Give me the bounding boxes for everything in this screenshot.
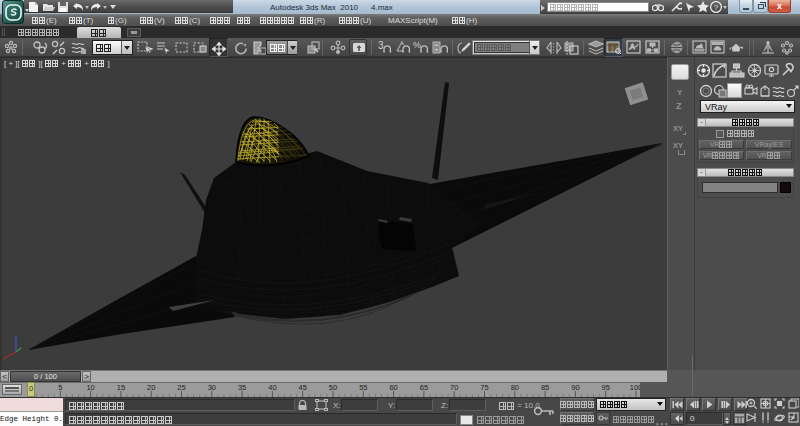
svg-text:70: 70: [450, 383, 458, 392]
svg-text:25: 25: [177, 383, 185, 392]
svg-text:85: 85: [541, 383, 549, 392]
svg-text:55: 55: [359, 383, 367, 392]
svg-text:40: 40: [268, 383, 276, 392]
svg-text:30: 30: [208, 383, 216, 392]
svg-text:45: 45: [299, 383, 307, 392]
svg-text:15: 15: [117, 383, 125, 392]
svg-text:60: 60: [389, 383, 397, 392]
svg-text:100: 100: [630, 383, 640, 392]
svg-text:5: 5: [58, 383, 62, 392]
svg-text:10: 10: [86, 383, 94, 392]
svg-text:75: 75: [480, 383, 488, 392]
svg-text:3: 3: [378, 40, 384, 51]
svg-text:80: 80: [511, 383, 519, 392]
svg-text:A: A: [630, 43, 635, 50]
svg-text:50: 50: [329, 383, 337, 392]
svg-text:?: ?: [714, 3, 719, 12]
svg-text:35: 35: [238, 383, 246, 392]
svg-text:65: 65: [420, 383, 428, 392]
svg-text:95: 95: [602, 383, 610, 392]
svg-text:%: %: [413, 40, 421, 50]
svg-text:90: 90: [571, 383, 579, 392]
svg-text:20: 20: [147, 383, 155, 392]
